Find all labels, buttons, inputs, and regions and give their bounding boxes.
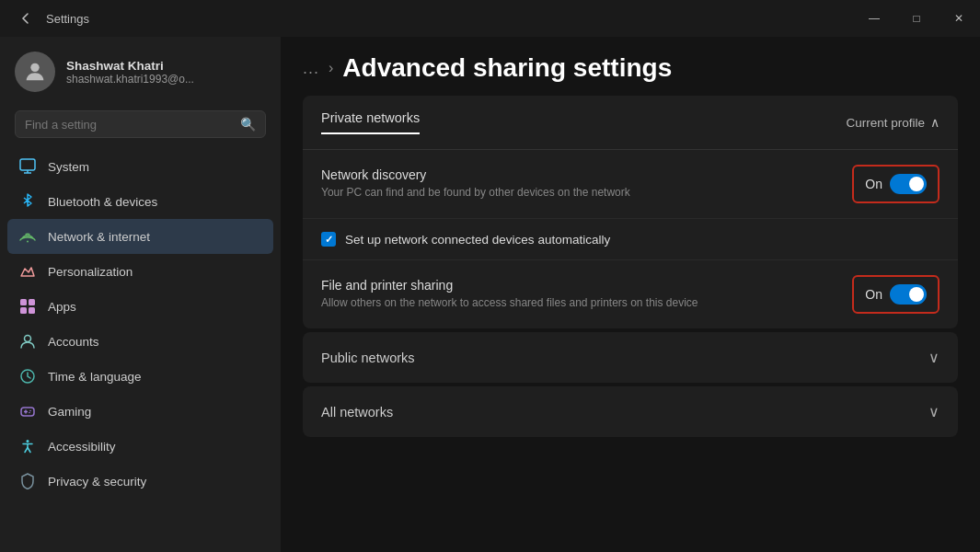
sidebar-item-personalization-label: Personalization bbox=[48, 265, 133, 279]
svg-rect-8 bbox=[29, 307, 35, 314]
svg-point-4 bbox=[27, 241, 29, 243]
public-networks-label: Public networks bbox=[321, 351, 415, 365]
public-networks-chevron: ∨ bbox=[928, 349, 940, 366]
user-profile[interactable]: Shashwat Khatri shashwat.khatri1993@o... bbox=[0, 40, 281, 107]
content-header: ... › Advanced sharing settings bbox=[281, 37, 980, 96]
sidebar-item-accounts-label: Accounts bbox=[48, 335, 99, 349]
sidebar-item-accessibility-label: Accessibility bbox=[48, 440, 116, 454]
sidebar-item-bluetooth[interactable]: Bluetooth & devices bbox=[7, 184, 273, 219]
sidebar-item-accessibility[interactable]: Accessibility bbox=[7, 429, 273, 464]
titlebar: Settings — □ ✕ bbox=[0, 0, 980, 37]
svg-rect-5 bbox=[20, 299, 27, 305]
network-discovery-desc: Your PC can find and be found by other d… bbox=[321, 185, 834, 201]
current-profile-chevron-up: ∧ bbox=[930, 115, 940, 130]
network-discovery-state: On bbox=[865, 177, 882, 191]
all-networks-label: All networks bbox=[321, 405, 393, 420]
app-title: Settings bbox=[46, 12, 89, 26]
svg-rect-6 bbox=[29, 299, 35, 305]
system-icon bbox=[18, 157, 37, 176]
sidebar-item-system[interactable]: System bbox=[7, 149, 273, 184]
svg-rect-7 bbox=[20, 307, 27, 314]
file-sharing-toggle[interactable] bbox=[890, 284, 927, 305]
network-discovery-info: Network discovery Your PC can find and b… bbox=[321, 167, 834, 201]
private-networks-section: Private networks Current profile ∧ Netwo… bbox=[303, 96, 958, 328]
avatar bbox=[15, 52, 55, 92]
sidebar-item-privacy[interactable]: Privacy & security bbox=[7, 464, 273, 499]
file-sharing-row: File and printer sharing Allow others on… bbox=[303, 260, 958, 328]
auto-setup-row[interactable]: ✓ Set up network connected devices autom… bbox=[303, 219, 958, 260]
time-icon bbox=[18, 367, 37, 385]
network-discovery-row: Network discovery Your PC can find and b… bbox=[303, 150, 958, 219]
public-networks-header[interactable]: Public networks ∨ bbox=[303, 332, 958, 383]
network-discovery-toggle-container[interactable]: On bbox=[852, 165, 940, 203]
file-sharing-title: File and printer sharing bbox=[321, 278, 834, 293]
sidebar-item-bluetooth-label: Bluetooth & devices bbox=[48, 195, 157, 209]
sidebar-item-network-label: Network & internet bbox=[48, 230, 150, 244]
svg-rect-1 bbox=[20, 159, 35, 170]
network-discovery-toggle[interactable] bbox=[890, 174, 927, 194]
private-networks-tab[interactable]: Private networks bbox=[321, 110, 420, 134]
minimize-button[interactable]: — bbox=[853, 4, 895, 33]
accounts-icon bbox=[18, 332, 37, 351]
sidebar-item-apps[interactable]: Apps bbox=[7, 289, 273, 324]
svg-point-0 bbox=[30, 63, 39, 72]
nav-list: System Bluetooth & devices Network & int… bbox=[0, 149, 281, 552]
network-icon bbox=[18, 227, 37, 246]
sidebar-item-gaming-label: Gaming bbox=[48, 405, 91, 419]
accessibility-icon bbox=[18, 437, 37, 455]
svg-point-16 bbox=[27, 440, 29, 443]
file-sharing-desc: Allow others on the network to access sh… bbox=[321, 295, 834, 311]
svg-point-15 bbox=[29, 412, 30, 414]
search-icon: 🔍 bbox=[240, 117, 256, 132]
private-networks-header: Private networks Current profile ∧ bbox=[303, 96, 958, 150]
checkbox-check-icon: ✓ bbox=[325, 234, 333, 246]
breadcrumb-arrow: › bbox=[329, 60, 333, 76]
sidebar-item-gaming[interactable]: Gaming bbox=[7, 394, 273, 429]
all-networks-header[interactable]: All networks ∨ bbox=[303, 386, 958, 437]
main-content: ... › Advanced sharing settings Private … bbox=[281, 37, 980, 552]
window-controls: — □ ✕ bbox=[853, 4, 980, 33]
privacy-icon bbox=[18, 472, 37, 490]
page-title: Advanced sharing settings bbox=[342, 53, 672, 83]
auto-setup-label: Set up network connected devices automat… bbox=[345, 233, 610, 247]
sidebar-item-system-label: System bbox=[48, 160, 89, 174]
user-info: Shashwat Khatri shashwat.khatri1993@o... bbox=[66, 59, 194, 86]
file-sharing-toggle-container[interactable]: On bbox=[852, 275, 940, 314]
file-sharing-info: File and printer sharing Allow others on… bbox=[321, 278, 834, 311]
svg-point-14 bbox=[29, 410, 31, 412]
maximize-button[interactable]: □ bbox=[895, 4, 938, 33]
bluetooth-icon bbox=[18, 192, 37, 211]
file-sharing-state: On bbox=[865, 287, 882, 302]
sidebar: Shashwat Khatri shashwat.khatri1993@o...… bbox=[0, 37, 281, 552]
breadcrumb-dots[interactable]: ... bbox=[303, 59, 319, 78]
personalization-icon bbox=[18, 262, 37, 281]
user-name: Shashwat Khatri bbox=[66, 59, 194, 73]
user-email: shashwat.khatri1993@o... bbox=[66, 73, 194, 86]
close-button[interactable]: ✕ bbox=[938, 4, 980, 33]
sidebar-item-accounts[interactable]: Accounts bbox=[7, 324, 273, 359]
all-networks-chevron: ∨ bbox=[928, 403, 940, 420]
svg-point-9 bbox=[25, 336, 31, 342]
apps-icon bbox=[18, 297, 37, 316]
sidebar-item-time-label: Time & language bbox=[48, 370, 142, 384]
sidebar-item-network[interactable]: Network & internet bbox=[7, 219, 273, 254]
public-networks-section: Public networks ∨ bbox=[303, 332, 958, 383]
sidebar-item-privacy-label: Privacy & security bbox=[48, 475, 146, 489]
gaming-icon bbox=[18, 402, 37, 420]
sidebar-item-time[interactable]: Time & language bbox=[7, 359, 273, 394]
network-discovery-title: Network discovery bbox=[321, 167, 834, 182]
current-profile-text: Current profile bbox=[846, 116, 925, 130]
back-button[interactable] bbox=[13, 6, 39, 31]
sidebar-item-personalization[interactable]: Personalization bbox=[7, 254, 273, 289]
app-body: Shashwat Khatri shashwat.khatri1993@o...… bbox=[0, 37, 980, 552]
search-input[interactable] bbox=[25, 118, 233, 132]
search-box[interactable]: 🔍 bbox=[15, 110, 266, 138]
sidebar-item-apps-label: Apps bbox=[48, 300, 76, 314]
sections-container: Private networks Current profile ∧ Netwo… bbox=[281, 96, 980, 552]
current-profile-label: Current profile ∧ bbox=[846, 115, 940, 130]
auto-setup-checkbox[interactable]: ✓ bbox=[321, 232, 336, 247]
all-networks-section: All networks ∨ bbox=[303, 386, 958, 437]
